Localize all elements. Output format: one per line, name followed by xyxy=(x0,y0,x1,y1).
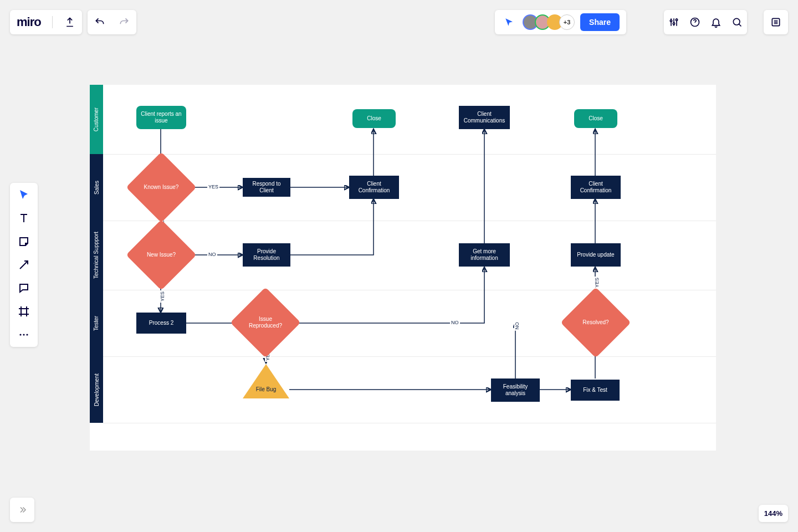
lane-header-tech[interactable]: Technical Suppport xyxy=(90,221,103,290)
diagram-canvas[interactable]: Customer Sales Technical Suppport Tester… xyxy=(90,85,716,451)
svg-point-1 xyxy=(673,23,674,24)
utility-bar xyxy=(664,10,747,34)
node-confirm2[interactable]: Client Confirmation xyxy=(571,176,621,199)
select-tool[interactable] xyxy=(17,188,30,202)
zoom-level[interactable]: 144% xyxy=(759,505,788,522)
collaborator-bar: +3 Share xyxy=(495,10,626,34)
lane-label: Customer xyxy=(94,108,100,131)
node-reproduced[interactable]: Issue Reproduced? xyxy=(241,298,290,347)
undo-redo-bar xyxy=(88,10,136,34)
node-moreinfo[interactable]: Get more information xyxy=(459,243,510,267)
sticky-tool[interactable] xyxy=(17,235,30,248)
node-resolved[interactable]: Resolved? xyxy=(571,298,621,347)
help-icon[interactable] xyxy=(689,17,700,28)
edge-label: YES xyxy=(160,290,165,303)
node-comm[interactable]: Client Communications xyxy=(459,106,510,129)
more-tools[interactable] xyxy=(17,328,30,341)
triangle-icon xyxy=(243,364,289,398)
svg-point-2 xyxy=(676,19,677,21)
node-newissue[interactable]: New Issue? xyxy=(136,230,186,280)
lane-divider xyxy=(103,221,716,221)
cursor-follow-icon[interactable] xyxy=(502,14,517,30)
board-menu[interactable] xyxy=(764,10,788,34)
node-feasibility[interactable]: Feasibility analysis xyxy=(491,378,540,402)
edge-label: YES xyxy=(594,277,600,289)
app-logo[interactable]: miro xyxy=(17,15,41,29)
undo-icon[interactable] xyxy=(94,17,105,28)
lane-header-sales[interactable]: Sales xyxy=(90,154,103,221)
lane-label: Technical Suppport xyxy=(94,232,100,279)
node-report[interactable]: Client reports an issue xyxy=(136,106,186,129)
lane-divider xyxy=(103,423,716,423)
search-icon[interactable] xyxy=(732,17,743,28)
svg-point-4 xyxy=(733,18,740,25)
node-respond[interactable]: Respond to Client xyxy=(243,178,290,197)
text-tool[interactable] xyxy=(17,212,30,225)
avatars[interactable]: +3 xyxy=(523,14,575,30)
svg-point-7 xyxy=(23,334,24,335)
logo-bar: miro xyxy=(10,10,82,34)
edge-label: YES xyxy=(207,184,219,190)
redo-icon[interactable] xyxy=(119,17,130,28)
lane-header-tester[interactable]: Tester xyxy=(90,290,103,356)
node-process2[interactable]: Process 2 xyxy=(136,313,186,334)
svg-point-8 xyxy=(26,334,28,335)
frame-tool[interactable] xyxy=(17,305,30,318)
node-confirm1[interactable]: Client Confirmation xyxy=(349,176,399,199)
edge-label: NO xyxy=(514,321,520,331)
tool-palette xyxy=(10,183,38,347)
export-icon[interactable] xyxy=(64,17,75,28)
node-update[interactable]: Provide update xyxy=(571,243,621,267)
lane-divider xyxy=(103,154,716,155)
lane-label: Tester xyxy=(94,315,100,330)
settings-icon[interactable] xyxy=(668,17,679,28)
arrow-tool[interactable] xyxy=(17,258,30,272)
divider xyxy=(52,16,53,28)
node-resolution[interactable]: Provide Resolution xyxy=(243,243,290,267)
lane-divider xyxy=(103,356,716,357)
edge-label: NO xyxy=(450,320,460,325)
lane-divider xyxy=(103,290,716,290)
avatar-more[interactable]: +3 xyxy=(559,14,575,30)
share-button[interactable]: Share xyxy=(580,13,620,31)
node-close2[interactable]: Close xyxy=(574,109,617,128)
node-filebug[interactable]: File Bug xyxy=(243,364,289,398)
list-icon xyxy=(770,17,781,28)
node-known[interactable]: Known Issue? xyxy=(136,162,186,212)
lane-header-dev[interactable]: Development xyxy=(90,356,103,423)
comment-tool[interactable] xyxy=(17,282,30,295)
lane-label: Development xyxy=(94,374,100,406)
node-fixtest[interactable]: Fix & Test xyxy=(571,380,620,401)
lane-header-customer[interactable]: Customer xyxy=(90,85,103,154)
bell-icon[interactable] xyxy=(710,17,722,28)
lane-label: Sales xyxy=(94,180,100,194)
expand-panel[interactable] xyxy=(10,498,34,522)
svg-point-0 xyxy=(670,20,672,22)
edge-label: NO xyxy=(207,252,217,257)
node-close1[interactable]: Close xyxy=(352,109,396,128)
svg-point-6 xyxy=(19,334,21,335)
